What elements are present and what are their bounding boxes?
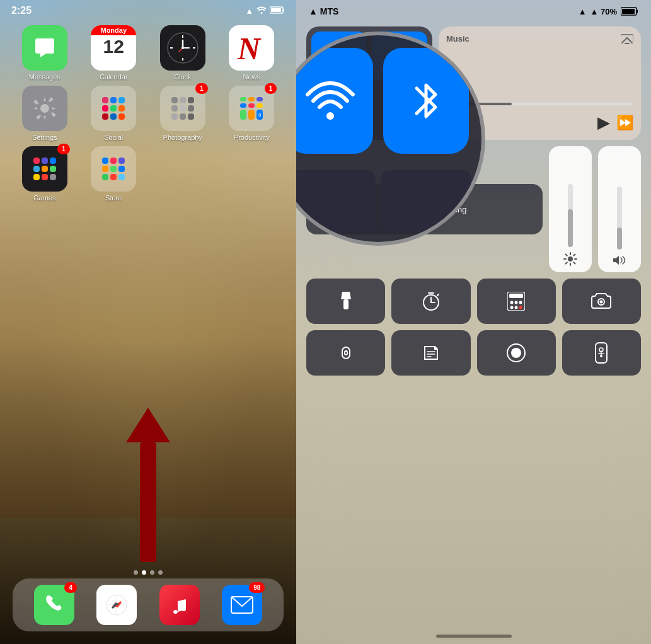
svg-point-56 (519, 301, 522, 304)
dot-1 (134, 570, 138, 575)
carrier-name: MTS (320, 6, 339, 16)
dock-mail[interactable]: 98 (222, 585, 262, 625)
app-grid: Messages Monday 12 Calendar (0, 19, 296, 208)
orientation-lock-button[interactable] (306, 330, 385, 376)
svg-point-36 (568, 256, 573, 262)
svg-line-41 (566, 255, 567, 256)
calendar-day: Monday (91, 25, 136, 35)
brightness-slider[interactable] (549, 146, 592, 272)
svg-point-58 (515, 306, 518, 309)
app-social[interactable]: Social (82, 86, 146, 141)
dot-2 (142, 570, 146, 575)
dock-safari[interactable] (96, 585, 137, 625)
social-label: Social (104, 134, 123, 141)
photography-badge: 1 (195, 83, 208, 94)
brightness-icon (563, 252, 577, 266)
camera-button[interactable] (562, 279, 641, 324)
mag-wifi-button[interactable] (296, 48, 373, 154)
svg-point-55 (515, 301, 518, 304)
svg-point-69 (511, 348, 521, 358)
play-button[interactable]: ▶ (597, 113, 610, 132)
svg-rect-46 (343, 299, 349, 309)
svg-rect-53 (509, 294, 523, 298)
svg-point-54 (510, 301, 514, 304)
svg-point-16 (40, 104, 49, 113)
news-label: News (243, 73, 260, 81)
cc-bottom-icons (306, 279, 641, 376)
svg-point-64 (345, 352, 347, 354)
svg-rect-27 (637, 10, 638, 13)
signal-icon: ▲ (245, 6, 253, 16)
store-label: Store (105, 194, 122, 202)
screen-record-button[interactable] (477, 330, 556, 376)
photography-label: Photography (163, 134, 202, 141)
app-games[interactable]: 1 Games (13, 146, 77, 202)
status-icons: ▲ (245, 6, 285, 16)
mail-badge: 98 (249, 582, 265, 593)
app-settings[interactable]: Settings (13, 86, 77, 141)
games-label: Games (33, 194, 55, 202)
cc-status-bar: ▲ MTS ▲ ▲ 70% (296, 0, 651, 20)
app-store[interactable]: Store (82, 146, 146, 202)
productivity-badge: 1 (265, 83, 277, 94)
notes-button[interactable] (391, 330, 470, 376)
battery-icon (621, 7, 638, 16)
calculator-button[interactable] (477, 279, 556, 324)
svg-rect-32 (625, 43, 630, 44)
wifi-status-icon (256, 6, 267, 16)
home-screen: 2:25 ▲ (0, 0, 296, 644)
app-photography[interactable]: 1 Photography (151, 86, 215, 141)
dot-3 (150, 570, 154, 575)
app-messages[interactable]: Messages (13, 25, 77, 81)
svg-point-61 (600, 301, 603, 304)
productivity-label: Productivity (234, 134, 270, 141)
swipe-up-arrow (126, 408, 170, 562)
svg-rect-2 (271, 8, 281, 12)
dock-phone[interactable]: 4 (34, 585, 74, 625)
location-icon: ▲ (579, 7, 587, 16)
svg-line-43 (573, 255, 575, 256)
app-calendar[interactable]: Monday 12 Calendar (82, 25, 146, 81)
svg-rect-3 (283, 9, 284, 11)
settings-label: Settings (32, 134, 57, 141)
svg-line-42 (573, 262, 575, 263)
tv-remote-button[interactable] (562, 330, 641, 376)
app-productivity[interactable]: 1 8 Productivity (220, 86, 284, 141)
games-badge: 1 (57, 144, 70, 154)
home-indicator (436, 635, 512, 638)
app-clock[interactable]: Clock (151, 25, 215, 81)
dock-music[interactable] (159, 585, 200, 625)
volume-icon (613, 255, 626, 266)
svg-line-51 (437, 294, 439, 296)
app-news[interactable]: N News (220, 25, 284, 81)
battery-percent: ▲ 70% (591, 7, 618, 16)
svg-marker-45 (613, 256, 619, 265)
status-time: 2:25 (11, 5, 32, 16)
svg-point-59 (519, 306, 522, 309)
svg-point-13 (181, 47, 184, 49)
dock: 4 (13, 578, 284, 631)
volume-slider[interactable] (598, 146, 641, 272)
music-app-label: Music (446, 34, 633, 43)
fast-forward-button[interactable]: ⏩ (616, 115, 633, 131)
messages-label: Messages (29, 73, 60, 81)
svg-line-44 (566, 262, 567, 263)
svg-point-75 (326, 112, 334, 120)
cc-right-icons: ▲ ▲ 70% (579, 7, 638, 16)
control-center: ▲ MTS ▲ ▲ 70% (296, 0, 651, 644)
svg-rect-26 (622, 9, 635, 14)
svg-text:N: N (237, 31, 262, 66)
signal-bars-icon: ▲ (309, 6, 318, 16)
battery-status-icon (270, 6, 285, 16)
page-dots (0, 570, 296, 575)
calendar-date: 12 (103, 35, 124, 58)
calendar-label: Calendar (100, 73, 128, 81)
svg-point-57 (510, 306, 514, 309)
flashlight-button[interactable] (306, 279, 385, 324)
svg-point-0 (261, 12, 263, 14)
timer-button[interactable] (391, 279, 470, 324)
clock-label: Clock (174, 73, 192, 81)
airplay-icon[interactable] (621, 34, 633, 49)
dot-4 (158, 570, 163, 575)
cc-carrier: ▲ MTS (309, 6, 338, 16)
